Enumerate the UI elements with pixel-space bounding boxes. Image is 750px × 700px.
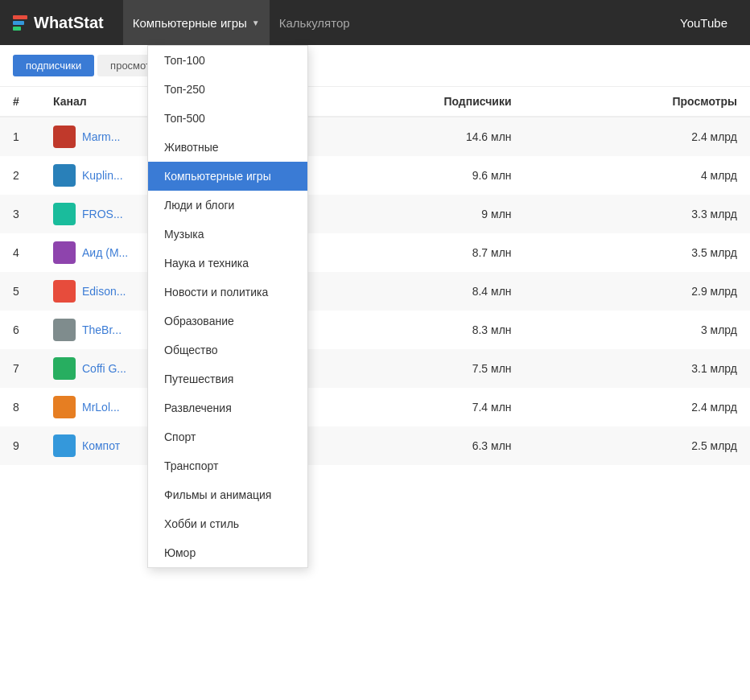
dropdown-item-sport[interactable]: Спорт bbox=[148, 422, 307, 451]
cell-views: 3.5 млрд bbox=[525, 233, 750, 272]
cell-subscribers: 8.4 млн bbox=[291, 272, 524, 311]
dropdown-item-news[interactable]: Новости и политика bbox=[148, 278, 307, 307]
channel-name[interactable]: Marm... bbox=[82, 130, 120, 143]
avatar bbox=[53, 126, 76, 148]
cell-subscribers: 9.6 млн bbox=[291, 156, 524, 195]
dropdown-item-people[interactable]: Люди и блоги bbox=[148, 191, 307, 220]
dropdown-item-top250[interactable]: Топ-250 bbox=[148, 75, 307, 104]
dropdown-item-music[interactable]: Музыка bbox=[148, 220, 307, 249]
channel-name[interactable]: FROS... bbox=[82, 208, 123, 220]
cell-rank: 3 bbox=[0, 195, 40, 233]
channel-name[interactable]: Kuplin... bbox=[82, 169, 123, 182]
channel-name[interactable]: MrLol... bbox=[82, 401, 120, 414]
cell-rank: 6 bbox=[0, 311, 40, 349]
nav-youtube-label: YouTube bbox=[680, 16, 727, 30]
chevron-down-icon: ▼ bbox=[252, 19, 260, 27]
dropdown-item-animals[interactable]: Животные bbox=[148, 133, 307, 162]
avatar bbox=[53, 280, 76, 303]
table-row: 1Marm...14.6 млн2.4 млрд bbox=[0, 117, 750, 156]
cell-views: 3.3 млрд bbox=[525, 195, 750, 233]
cell-rank: 9 bbox=[0, 426, 40, 465]
dropdown-item-society[interactable]: Общество bbox=[148, 336, 307, 364]
avatar bbox=[53, 203, 76, 225]
category-dropdown: Топ-100 Топ-250 Топ-500 Животные Компьют… bbox=[147, 45, 308, 465]
avatar bbox=[53, 319, 76, 341]
cell-views: 2.4 млрд bbox=[525, 117, 750, 156]
dropdown-item-top100[interactable]: Топ-100 bbox=[148, 46, 307, 75]
table-row: 8MrLol...7.4 млн2.4 млрд bbox=[0, 388, 750, 426]
cell-subscribers: 8.7 млн bbox=[291, 233, 524, 272]
table-row: 2Kuplin...9.6 млн4 млрд bbox=[0, 156, 750, 195]
channel-name[interactable]: Coffi G... bbox=[82, 362, 126, 375]
tabs-area: подписчики просмотры bbox=[0, 45, 750, 87]
cell-subscribers: 7.4 млн bbox=[291, 388, 524, 426]
tab-subscribers[interactable]: подписчики bbox=[13, 55, 94, 76]
dropdown-item-gaming[interactable]: Компьютерные игры bbox=[148, 162, 307, 191]
rankings-table: # Канал Подписчики Просмотры 1Marm...14.… bbox=[0, 87, 750, 465]
col-subscribers: Подписчики bbox=[291, 87, 524, 117]
cell-views: 2.5 млрд bbox=[525, 426, 750, 465]
channel-name[interactable]: Аид (М... bbox=[82, 246, 128, 259]
nav-calc-label: Калькулятор bbox=[279, 16, 350, 30]
nav-dropdown-button[interactable]: Компьютерные игры ▼ bbox=[123, 0, 270, 45]
cell-rank: 7 bbox=[0, 349, 40, 388]
table-row: 9Компот6.3 млн2.5 млрд bbox=[0, 426, 750, 465]
avatar bbox=[53, 241, 76, 264]
cell-subscribers: 6.3 млн bbox=[291, 426, 524, 465]
table-row: 7Coffi G...7.5 млн3.1 млрд bbox=[0, 349, 750, 388]
nav-youtube-link[interactable]: YouTube bbox=[670, 16, 737, 30]
table-row: 6TheBr...8.3 млн3 млрд bbox=[0, 311, 750, 349]
dropdown-item-travel[interactable]: Путешествия bbox=[148, 364, 307, 393]
col-views: Просмотры bbox=[525, 87, 750, 117]
table-row: 3FROS...9 млн3.3 млрд bbox=[0, 195, 750, 233]
avatar bbox=[53, 434, 76, 457]
channel-name[interactable]: TheBr... bbox=[82, 323, 122, 336]
dropdown-item-science[interactable]: Наука и техника bbox=[148, 249, 307, 278]
cell-subscribers: 7.5 млн bbox=[291, 349, 524, 388]
dropdown-item-education[interactable]: Образование bbox=[148, 307, 307, 336]
col-rank: # bbox=[0, 87, 40, 117]
header: WhatStat Компьютерные игры ▼ Калькулятор… bbox=[0, 0, 750, 45]
nav-calc-link[interactable]: Калькулятор bbox=[270, 0, 360, 45]
nav-dropdown-label: Компьютерные игры bbox=[133, 16, 247, 30]
rankings-table-container: # Канал Подписчики Просмотры 1Marm...14.… bbox=[0, 87, 750, 465]
cell-rank: 5 bbox=[0, 272, 40, 311]
cell-views: 2.9 млрд bbox=[525, 272, 750, 311]
dropdown-item-entertainment[interactable]: Развлечения bbox=[148, 393, 307, 422]
dropdown-item-transport[interactable]: Транспорт bbox=[148, 451, 307, 465]
table-row: 4Аид (М...8.7 млн3.5 млрд bbox=[0, 233, 750, 272]
cell-views: 2.4 млрд bbox=[525, 388, 750, 426]
table-header-row: # Канал Подписчики Просмотры bbox=[0, 87, 750, 117]
table-row: 5Edison...8.4 млн2.9 млрд bbox=[0, 272, 750, 311]
avatar bbox=[53, 396, 76, 418]
cell-rank: 1 bbox=[0, 117, 40, 156]
cell-subscribers: 8.3 млн bbox=[291, 311, 524, 349]
dropdown-item-top500[interactable]: Топ-500 bbox=[148, 104, 307, 133]
logo-text: WhatStat bbox=[34, 14, 104, 32]
cell-subscribers: 14.6 млн bbox=[291, 117, 524, 156]
cell-views: 4 млрд bbox=[525, 156, 750, 195]
logo-icon bbox=[13, 15, 27, 31]
avatar bbox=[53, 357, 76, 380]
logo[interactable]: WhatStat bbox=[13, 14, 104, 32]
cell-rank: 4 bbox=[0, 233, 40, 272]
cell-rank: 8 bbox=[0, 388, 40, 426]
cell-subscribers: 9 млн bbox=[291, 195, 524, 233]
avatar bbox=[53, 164, 76, 187]
cell-views: 3.1 млрд bbox=[525, 349, 750, 388]
cell-views: 3 млрд bbox=[525, 311, 750, 349]
cell-rank: 2 bbox=[0, 156, 40, 195]
channel-name[interactable]: Компот bbox=[82, 439, 120, 452]
channel-name[interactable]: Edison... bbox=[82, 285, 126, 298]
